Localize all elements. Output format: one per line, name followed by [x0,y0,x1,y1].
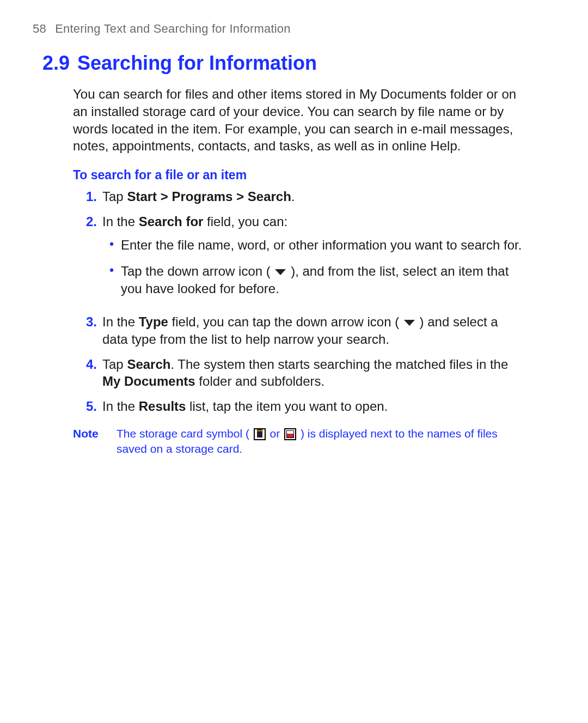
step-2: 2. In the Search for field, you can: • E… [73,213,525,306]
step-body: In the Type field, you can tap the down … [102,313,525,348]
step-body: Tap Start > Programs > Search. [102,188,525,205]
step-number: 1. [73,188,102,205]
note-label: Note [73,426,117,457]
procedure-heading: To search for a file or an item [73,168,555,183]
section-title: Searching for Information [77,52,317,74]
section-heading: 2.9Searching for Information [42,51,555,75]
sub-bullets: • Enter the file name, word, or other in… [102,236,525,297]
bullet-icon: • [102,263,121,297]
manual-page: 58 Entering Text and Searching for Infor… [0,0,588,723]
note: Note The storage card symbol ( or ) is d… [73,426,525,457]
step-number: 5. [73,398,102,415]
step-body: In the Search for field, you can: • Ente… [102,213,525,306]
chevron-down-icon [404,320,415,326]
step-body: In the Results list, tap the item you wa… [102,398,525,415]
bullet-item: • Enter the file name, word, or other in… [102,236,525,254]
note-body: The storage card symbol ( or ) is displa… [117,426,525,457]
step-number: 3. [73,313,102,348]
storage-card-icon [254,428,266,440]
step-3: 3. In the Type field, you can tap the do… [73,313,525,348]
step-5: 5. In the Results list, tap the item you… [73,398,525,415]
chevron-down-icon [275,269,286,276]
page-number: 58 [33,22,46,35]
step-1: 1. Tap Start > Programs > Search. [73,188,525,205]
svg-marker-1 [404,320,415,326]
chapter-title: Entering Text and Searching for Informat… [55,22,291,35]
intro-paragraph: You can search for files and other items… [73,86,519,155]
bullet-icon: • [102,236,121,254]
step-body: Tap Search. The system then starts searc… [102,356,525,390]
running-header: 58 Entering Text and Searching for Infor… [33,22,555,36]
bullet-item: • Tap the down arrow icon ( ), and from … [102,263,525,297]
step-number: 2. [73,213,102,306]
storage-card-alt-icon [284,428,296,440]
section-number: 2.9 [42,52,70,74]
steps-list: 1. Tap Start > Programs > Search. 2. In … [73,188,525,415]
step-number: 4. [73,356,102,390]
step-4: 4. Tap Search. The system then starts se… [73,356,525,390]
svg-marker-0 [275,269,286,275]
